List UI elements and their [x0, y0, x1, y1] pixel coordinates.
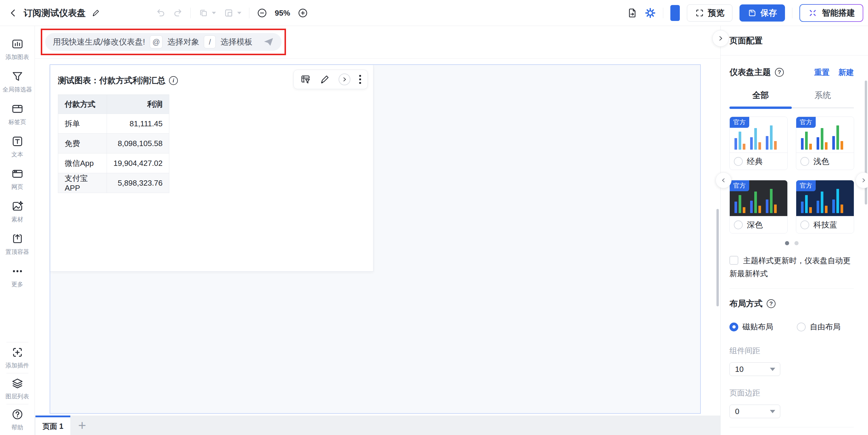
divider [190, 8, 191, 18]
redo-icon[interactable] [173, 8, 183, 18]
sidebar-item-add-chart[interactable]: 添加图表 [0, 33, 35, 66]
layout-option-grid[interactable]: 磁贴布局 [730, 322, 773, 332]
tab-system-themes[interactable]: 系统 [792, 90, 854, 107]
page-margin-label: 页面边距 [730, 388, 854, 398]
mobile-preview-icon[interactable] [670, 5, 680, 21]
theme-card-classic[interactable]: 官方 经典 [730, 116, 788, 170]
ai-prompt-input[interactable]: 用我快速生成/修改仪表盘! @ 选择对象 / 选择模板 [45, 33, 282, 51]
chart-widget-card[interactable]: 测试图表：付款方式利润汇总 i [50, 65, 373, 271]
dashboard-canvas[interactable]: 测试图表：付款方式利润汇总 i [50, 64, 701, 414]
theme-card-dark[interactable]: 官方 深色 [730, 180, 788, 233]
group-caret-icon[interactable] [237, 12, 241, 14]
preview-button[interactable]: 预览 [687, 4, 733, 22]
theme-radio[interactable] [734, 221, 743, 229]
settings-gear-icon[interactable] [645, 7, 656, 19]
copy-icon[interactable] [198, 8, 208, 18]
back-icon[interactable] [9, 8, 18, 18]
canvas-bg-title: 画布背景 [730, 427, 854, 435]
sidebar-item-tab-page[interactable]: 标签页 [0, 98, 35, 130]
theme-radio[interactable] [800, 157, 809, 166]
zoom-in-icon[interactable] [298, 8, 308, 18]
table-row: 支付宝APP 5,898,323.76 [58, 173, 169, 193]
carousel-dots [730, 241, 854, 245]
official-badge: 官方 [796, 117, 816, 128]
more-icon [11, 265, 24, 277]
cell-payment: 拆单 [58, 114, 107, 134]
component-gap-select[interactable]: 10 [730, 362, 780, 376]
table-filter-icon[interactable] [300, 74, 311, 85]
sidebar-item-material[interactable]: 素材 [0, 195, 35, 228]
page-tab-1[interactable]: 页面 1 [35, 415, 70, 435]
sidebar-item-global-filter[interactable]: 全局筛选器 [0, 66, 35, 98]
text-icon [11, 135, 24, 147]
divider [792, 8, 793, 18]
preview-label: 预览 [708, 7, 724, 19]
rename-pencil-icon[interactable] [92, 9, 100, 17]
panel-title: 页面配置 [730, 35, 763, 46]
new-theme-link[interactable]: 新建 [838, 67, 854, 78]
table-header-profit: 利润 [107, 95, 169, 114]
auto-update-checkbox[interactable] [730, 256, 738, 265]
help-circle-icon[interactable]: ? [767, 299, 776, 308]
collapse-panel-button[interactable] [712, 30, 729, 46]
table-row: 微信App 19,904,427.02 [58, 154, 169, 173]
sidebar-item-layer-list[interactable]: 图层列表 [0, 373, 35, 404]
info-icon: i [169, 76, 178, 85]
help-circle-icon[interactable]: ? [775, 68, 784, 77]
red-annotation-box: 用我快速生成/修改仪表盘! @ 选择对象 / 选择模板 [41, 29, 286, 55]
export-doc-icon[interactable] [627, 8, 638, 18]
edit-pencil-icon[interactable] [320, 74, 330, 85]
undo-icon[interactable] [156, 8, 165, 18]
group-icon[interactable] [224, 8, 234, 18]
topbar: 订阅测试仪表盘 95% [0, 0, 868, 26]
ai-prompt-placeholder: 用我快速生成/修改仪表盘! [53, 37, 145, 47]
carousel-dot-2[interactable] [795, 241, 799, 245]
save-button[interactable]: 保存 [740, 4, 785, 22]
divider [249, 8, 249, 18]
theme-radio[interactable] [800, 221, 809, 229]
send-icon[interactable] [263, 37, 274, 46]
page-tab-bar: 页面 1 + [35, 415, 720, 435]
ai-build-button[interactable]: 智能搭建 [800, 4, 863, 22]
layout-option-free[interactable]: 自由布局 [797, 322, 840, 332]
carousel-dot-1[interactable] [785, 241, 789, 245]
add-page-button[interactable]: + [70, 415, 94, 435]
carousel-prev-icon[interactable] [716, 172, 732, 188]
reset-theme-link[interactable]: 重置 [814, 67, 830, 78]
sparkle-icon [808, 8, 818, 18]
chart-toolbar [293, 70, 368, 89]
sidebar-item-pinned-container[interactable]: 置顶容器 [0, 228, 35, 260]
theme-radio[interactable] [734, 157, 743, 166]
zoom-out-icon[interactable] [257, 8, 267, 18]
preview-frame-icon [695, 8, 704, 18]
radio-unchecked-icon [797, 323, 806, 331]
component-sidebar: 添加图表 全局筛选器 标签页 文本 网页 素材 置顶容器 更多 [0, 26, 35, 435]
sidebar-item-label: 全局筛选器 [3, 86, 32, 94]
page-margin-select[interactable]: 0 [730, 405, 780, 418]
cell-payment: 微信App [58, 154, 107, 173]
sidebar-item-add-plugin[interactable]: 添加插件 [0, 342, 35, 373]
at-mention-token[interactable]: @ [150, 35, 162, 48]
page-margin-value: 0 [735, 407, 739, 416]
sidebar-item-text[interactable]: 文本 [0, 130, 35, 163]
slash-command-token[interactable]: / [204, 35, 216, 48]
sidebar-item-help[interactable]: 帮助 [0, 404, 35, 435]
expand-chevron-icon[interactable] [339, 73, 350, 85]
select-template-chip[interactable]: 选择模板 [220, 37, 252, 47]
sidebar-item-label: 添加插件 [6, 362, 29, 369]
table-header-payment: 付款方式 [58, 95, 107, 114]
more-options-icon[interactable] [359, 75, 361, 84]
carousel-next-icon[interactable] [856, 172, 868, 188]
theme-card-light[interactable]: 官方 浅色 [796, 116, 854, 170]
cell-payment: 免费 [58, 134, 107, 154]
editor-main-area: 用我快速生成/修改仪表盘! @ 选择对象 / 选择模板 测试图表：付款方式利润汇… [35, 26, 720, 435]
tab-all-themes[interactable]: 全部 [730, 90, 792, 107]
ai-assistant-strip: 用我快速生成/修改仪表盘! @ 选择对象 / 选择模板 [35, 26, 720, 59]
sidebar-item-more[interactable]: 更多 [0, 260, 35, 293]
global-filter-icon [11, 70, 24, 82]
sidebar-item-webpage[interactable]: 网页 [0, 163, 35, 195]
copy-caret-icon[interactable] [212, 12, 216, 14]
select-object-chip[interactable]: 选择对象 [167, 37, 199, 47]
canvas-scrollbar[interactable] [716, 209, 719, 306]
theme-card-tech-blue[interactable]: 官方 科技蓝 [796, 180, 854, 233]
